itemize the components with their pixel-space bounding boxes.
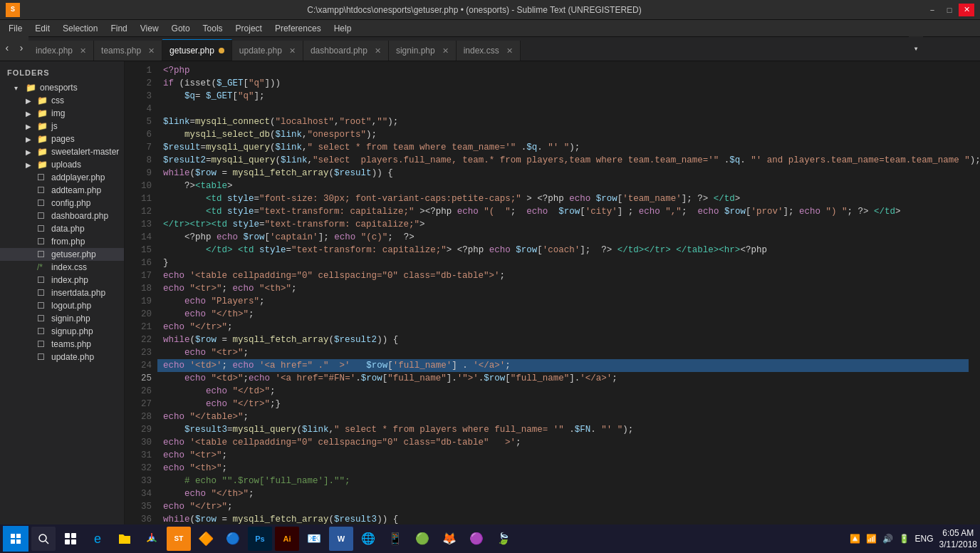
sidebar-folder-js[interactable]: ▶ 📁 js (0, 120, 124, 133)
tab-update-php[interactable]: update.php ✕ (232, 41, 303, 61)
svg-rect-6 (65, 533, 70, 538)
tab-getuser-php[interactable]: getuser.php (162, 39, 232, 61)
folder-icon: 📁 (37, 134, 48, 144)
taskbar-app7[interactable]: 🍃 (491, 527, 516, 551)
sidebar-file-getuser[interactable]: ▶ ☐ getuser.php (0, 248, 124, 261)
taskbar-explorer[interactable] (113, 527, 137, 551)
close-button[interactable]: ✕ (959, 4, 974, 16)
menu-tools[interactable]: Tools (197, 22, 229, 35)
sidebar-folder-img[interactable]: ▶ 📁 img (0, 107, 124, 120)
taskbar-app2[interactable]: 📧 (302, 527, 326, 551)
menu-goto[interactable]: Goto (166, 22, 196, 35)
start-button[interactable] (3, 526, 28, 552)
tab-close-icon[interactable]: ✕ (442, 46, 449, 56)
sidebar-file-config[interactable]: ▶ ☐ config.php (0, 197, 124, 210)
tab-signin-php[interactable]: signin.php ✕ (389, 41, 457, 61)
sidebar: FOLDERS ▾ 📁 onesports ▶ 📁 css ▶ 📁 img ▶ … (0, 61, 125, 533)
sidebar-file-signup[interactable]: ▶ ☐ signup.php (0, 325, 124, 338)
taskbar-tray: 🔼 📶 🔊 🔋 ENG 6:05 AM 3/11/2018 (850, 527, 977, 550)
file-icon: ☐ (37, 249, 48, 259)
tab-close-icon[interactable]: ✕ (80, 46, 86, 56)
sidebar-folder-sweetalert[interactable]: ▶ 📁 sweetalert-master (0, 145, 124, 158)
taskbar-word[interactable]: W (329, 527, 353, 551)
maximize-button[interactable]: □ (942, 4, 957, 16)
expand-arrow-icon: ▾ (14, 84, 26, 92)
code-content[interactable]: <?php if (isset($_GET["q"])) $q= $_GET["… (157, 61, 980, 533)
taskbar-chrome[interactable] (140, 527, 164, 551)
tab-close-icon[interactable]: ✕ (375, 46, 381, 56)
taskbar-app1[interactable]: 🔵 (221, 527, 245, 551)
editor[interactable]: 12345 678910 1112131415 1617181920 21222… (125, 61, 980, 533)
lang-label: ENG (915, 534, 934, 544)
file-icon: ☐ (37, 339, 48, 349)
taskbar-app6[interactable]: 🟣 (464, 527, 489, 551)
tab-label: teams.php (101, 46, 141, 56)
sidebar-file-logout[interactable]: ▶ ☐ logout.php (0, 299, 124, 312)
sidebar-folder-css[interactable]: ▶ 📁 css (0, 94, 124, 107)
minimize-button[interactable]: − (924, 4, 940, 16)
taskbar-app5[interactable]: 🟢 (410, 527, 434, 551)
sidebar-folder-uploads[interactable]: ▶ 📁 uploads (0, 158, 124, 171)
tab-bar: ‹ › index.php ✕ teams.php ✕ getuser.php … (0, 37, 980, 61)
sidebar-file-dashboard[interactable]: ▶ ☐ dashboard.php (0, 210, 124, 222)
tab-index-css[interactable]: index.css ✕ (457, 41, 521, 61)
taskbar-ps[interactable]: Ps (248, 527, 272, 551)
menu-selection[interactable]: Selection (57, 22, 103, 35)
sidebar-file-addplayer[interactable]: ▶ ☐ addplayer.php (0, 171, 124, 184)
file-icon: /* (37, 262, 48, 272)
file-label: index.php (51, 275, 88, 285)
taskbar-app3[interactable]: 🌐 (356, 527, 380, 551)
svg-point-4 (39, 534, 46, 542)
file-label: from.php (51, 237, 85, 247)
tab-close-icon[interactable]: ✕ (148, 46, 155, 56)
title-bar: S C:\xampp\htdocs\onesports\getuser.php … (0, 0, 980, 20)
folder-label: sweetalert-master (51, 147, 119, 157)
sidebar-file-addteam[interactable]: ▶ ☐ addteam.php (0, 184, 124, 197)
menu-view[interactable]: View (135, 22, 165, 35)
folder-icon: 📁 (37, 147, 48, 157)
taskbar-search[interactable] (31, 527, 56, 551)
file-icon: ☐ (37, 198, 48, 208)
tab-overflow-button[interactable]: ▾ (909, 36, 923, 61)
file-label: addplayer.php (51, 172, 105, 182)
taskbar-sublime[interactable]: ST (167, 527, 191, 551)
tab-nav-right[interactable]: › (14, 36, 28, 61)
sidebar-file-data[interactable]: ▶ ☐ data.php (0, 222, 124, 235)
file-label: dashboard.php (51, 211, 108, 221)
menu-project[interactable]: Project (230, 22, 268, 35)
taskbar-ai[interactable]: Ai (275, 527, 299, 551)
tab-close-icon[interactable]: ✕ (289, 46, 296, 56)
taskbar-vlc[interactable]: 🔶 (194, 527, 218, 551)
tab-close-icon[interactable]: ✕ (506, 46, 513, 56)
expand-arrow-icon: ▶ (26, 123, 37, 130)
expand-arrow-icon: ▶ (26, 161, 37, 169)
sidebar-file-teams[interactable]: ▶ ☐ teams.php (0, 338, 124, 351)
sidebar-file-from[interactable]: ▶ ☐ from.php (0, 235, 124, 248)
file-label: update.php (51, 352, 94, 362)
taskbar-task-view[interactable] (58, 527, 83, 551)
sidebar-file-update[interactable]: ▶ ☐ update.php (0, 351, 124, 363)
taskbar-app4[interactable]: 📱 (383, 527, 407, 551)
menu-file[interactable]: File (3, 22, 28, 35)
sidebar-file-insertdata[interactable]: ▶ ☐ insertdata.php (0, 286, 124, 299)
menu-find[interactable]: Find (105, 22, 132, 35)
menu-preferences[interactable]: Preferences (269, 22, 327, 35)
menu-edit[interactable]: Edit (29, 22, 56, 35)
modified-dot (219, 48, 224, 53)
sidebar-root-folder[interactable]: ▾ 📁 onesports (0, 81, 124, 94)
sidebar-file-indexphp[interactable]: ▶ ☐ index.php (0, 274, 124, 286)
sidebar-file-signin[interactable]: ▶ ☐ signin.php (0, 312, 124, 325)
sidebar-folder-pages[interactable]: ▶ 📁 pages (0, 133, 124, 145)
taskbar-firefox[interactable]: 🦊 (437, 527, 462, 551)
tab-teams-php[interactable]: teams.php ✕ (94, 41, 162, 61)
menu-help[interactable]: Help (328, 22, 358, 35)
file-icon: ☐ (37, 326, 48, 336)
tab-dashboard-php[interactable]: dashboard.php ✕ (303, 41, 389, 61)
folder-icon: 📁 (37, 160, 48, 170)
sidebar-file-indexcss[interactable]: ▶ /* index.css (0, 261, 124, 274)
taskbar-ie[interactable]: e (85, 527, 110, 551)
tab-nav-left[interactable]: ‹ (0, 36, 14, 61)
folder-icon: 📁 (26, 83, 37, 93)
tab-index-php[interactable]: index.php ✕ (28, 41, 94, 61)
expand-arrow-icon: ▶ (26, 97, 37, 105)
